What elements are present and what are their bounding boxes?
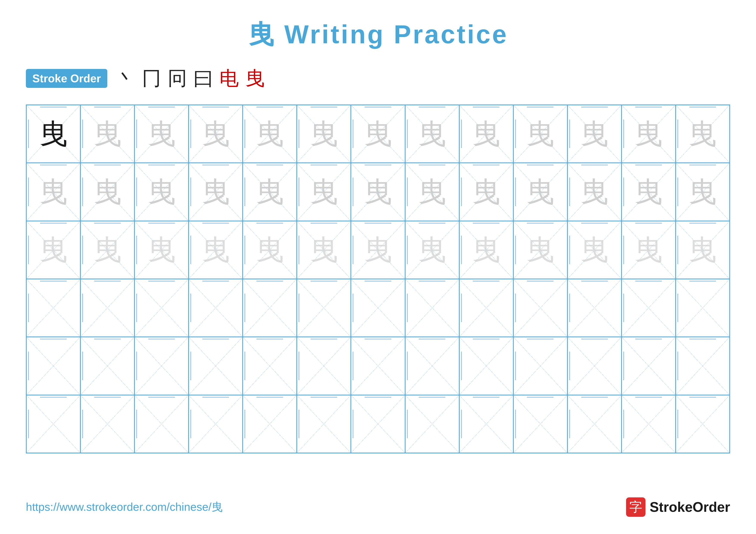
page-title: 曳 Writing Practice bbox=[26, 17, 730, 52]
grid-cell[interactable] bbox=[405, 395, 459, 453]
grid-cell[interactable]: 曳 bbox=[405, 163, 459, 221]
grid-cell[interactable] bbox=[80, 337, 134, 395]
grid-cell[interactable] bbox=[459, 337, 513, 395]
grid-cell[interactable]: 曳 bbox=[567, 163, 622, 221]
grid-cell[interactable] bbox=[513, 395, 567, 453]
grid-cell[interactable] bbox=[297, 395, 351, 453]
grid-cell[interactable] bbox=[243, 395, 297, 453]
grid-cell[interactable] bbox=[622, 337, 676, 395]
grid-cell[interactable]: 曳 bbox=[134, 221, 189, 279]
grid-cell[interactable] bbox=[405, 337, 459, 395]
char-display: 曳 bbox=[634, 120, 662, 148]
char-display: 曳 bbox=[40, 236, 68, 264]
grid-cell[interactable]: 曳 bbox=[297, 221, 351, 279]
grid-cell[interactable]: 曳 bbox=[513, 221, 567, 279]
grid-cell[interactable]: 曳 bbox=[351, 221, 405, 279]
grid-cell[interactable]: 曳 bbox=[676, 163, 730, 221]
grid-cell[interactable] bbox=[676, 337, 730, 395]
grid-cell[interactable]: 曳 bbox=[189, 105, 243, 163]
grid-cell[interactable]: 曳 bbox=[567, 221, 622, 279]
grid-cell[interactable]: 曳 bbox=[189, 163, 243, 221]
grid-cell[interactable] bbox=[189, 395, 243, 453]
char-display: 曳 bbox=[202, 178, 230, 206]
grid-cell[interactable]: 曳 bbox=[676, 221, 730, 279]
grid-cell[interactable] bbox=[134, 279, 189, 337]
grid-cell[interactable]: 曳 bbox=[26, 163, 80, 221]
grid-cell[interactable] bbox=[622, 395, 676, 453]
grid-cell[interactable]: 曳 bbox=[134, 105, 189, 163]
grid-cell[interactable] bbox=[676, 279, 730, 337]
stroke-order-badge: Stroke Order bbox=[26, 69, 107, 88]
grid-cell[interactable] bbox=[297, 337, 351, 395]
char-display: 曳 bbox=[148, 236, 176, 264]
char-display: 曳 bbox=[634, 236, 662, 264]
grid-cell[interactable]: 曳 bbox=[26, 105, 80, 163]
grid-cell[interactable] bbox=[26, 337, 80, 395]
grid-cell[interactable]: 曳 bbox=[351, 163, 405, 221]
grid-cell[interactable] bbox=[459, 279, 513, 337]
grid-cell[interactable] bbox=[189, 337, 243, 395]
grid-cell[interactable] bbox=[351, 279, 405, 337]
grid-cell[interactable] bbox=[80, 395, 134, 453]
grid-cell[interactable]: 曳 bbox=[243, 221, 297, 279]
char-display: 曳 bbox=[526, 178, 554, 206]
char-display: 曳 bbox=[310, 120, 338, 148]
grid-cell[interactable]: 曳 bbox=[513, 163, 567, 221]
grid-cell[interactable] bbox=[676, 395, 730, 453]
char-display: 曳 bbox=[418, 178, 446, 206]
grid-cell[interactable] bbox=[459, 395, 513, 453]
char-display: 曳 bbox=[202, 120, 230, 148]
char-display: 曳 bbox=[418, 236, 446, 264]
grid-cell[interactable] bbox=[351, 395, 405, 453]
grid-cell[interactable]: 曳 bbox=[297, 105, 351, 163]
logo-name: StrokeOrder bbox=[650, 499, 730, 515]
grid-cell[interactable] bbox=[567, 395, 622, 453]
grid-cell[interactable]: 曳 bbox=[459, 221, 513, 279]
grid-cell[interactable] bbox=[80, 279, 134, 337]
grid-cell[interactable]: 曳 bbox=[243, 105, 297, 163]
grid-cell[interactable]: 曳 bbox=[405, 221, 459, 279]
grid-cell[interactable] bbox=[134, 395, 189, 453]
grid-cell[interactable] bbox=[405, 279, 459, 337]
grid-cell[interactable]: 曳 bbox=[297, 163, 351, 221]
grid-cell[interactable] bbox=[134, 337, 189, 395]
grid-cell[interactable]: 曳 bbox=[622, 105, 676, 163]
grid-cell[interactable]: 曳 bbox=[243, 163, 297, 221]
grid-cell[interactable] bbox=[513, 337, 567, 395]
char-display: 曳 bbox=[364, 178, 392, 206]
grid-cell[interactable]: 曳 bbox=[80, 221, 134, 279]
grid-cell[interactable]: 曳 bbox=[80, 163, 134, 221]
grid-cell[interactable] bbox=[243, 337, 297, 395]
grid-cell[interactable] bbox=[297, 279, 351, 337]
char-display: 曳 bbox=[310, 236, 338, 264]
grid-cell[interactable] bbox=[351, 337, 405, 395]
grid-cell[interactable]: 曳 bbox=[676, 105, 730, 163]
grid-cell[interactable]: 曳 bbox=[459, 163, 513, 221]
char-display: 曳 bbox=[526, 120, 554, 148]
grid-cell[interactable] bbox=[513, 279, 567, 337]
footer: https://www.strokeorder.com/chinese/曳 字 … bbox=[26, 497, 730, 517]
grid-cell[interactable]: 曳 bbox=[80, 105, 134, 163]
char-display: 曳 bbox=[364, 236, 392, 264]
grid-cell[interactable] bbox=[243, 279, 297, 337]
char-display: 曳 bbox=[94, 178, 122, 206]
grid-cell[interactable]: 曳 bbox=[189, 221, 243, 279]
char-display: 曳 bbox=[364, 120, 392, 148]
grid-cell[interactable] bbox=[567, 279, 622, 337]
grid-cell[interactable]: 曳 bbox=[351, 105, 405, 163]
grid-cell[interactable] bbox=[26, 395, 80, 453]
grid-cell[interactable]: 曳 bbox=[459, 105, 513, 163]
grid-cell[interactable]: 曳 bbox=[134, 163, 189, 221]
grid-cell[interactable] bbox=[567, 337, 622, 395]
grid-cell[interactable]: 曳 bbox=[567, 105, 622, 163]
char-display: 曳 bbox=[472, 120, 500, 148]
grid-cell[interactable] bbox=[189, 279, 243, 337]
grid-cell[interactable]: 曳 bbox=[622, 221, 676, 279]
char-display: 曳 bbox=[256, 236, 284, 264]
grid-cell[interactable] bbox=[622, 279, 676, 337]
grid-cell[interactable]: 曳 bbox=[622, 163, 676, 221]
grid-cell[interactable]: 曳 bbox=[26, 221, 80, 279]
grid-cell[interactable]: 曳 bbox=[405, 105, 459, 163]
grid-cell[interactable] bbox=[26, 279, 80, 337]
grid-cell[interactable]: 曳 bbox=[513, 105, 567, 163]
